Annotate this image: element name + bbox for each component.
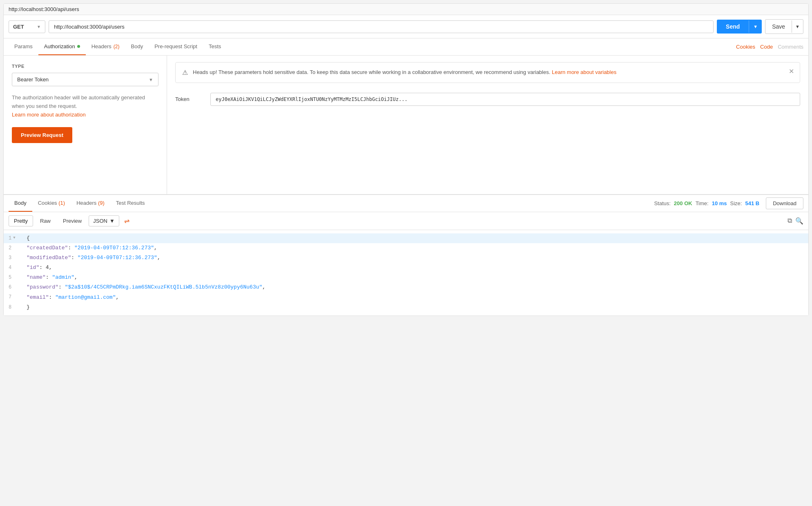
tab-authorization[interactable]: Authorization [38, 38, 86, 55]
learn-more-link[interactable]: Learn more about authorization [12, 112, 86, 118]
type-chevron-icon: ▼ [149, 77, 153, 82]
save-button[interactable]: Save ▼ [765, 19, 803, 34]
tab-pre-request[interactable]: Pre-request Script [149, 38, 203, 55]
token-input[interactable] [210, 93, 800, 106]
time-value: 10 ms [712, 200, 727, 206]
response-meta: Status: 200 OK Time: 10 ms Size: 541 B D… [654, 197, 803, 209]
response-tabs-row: Body Cookies (1) Headers (9) Test Result… [4, 195, 808, 212]
send-button[interactable]: Send ▼ [717, 20, 762, 34]
json-code: } [27, 303, 30, 312]
cookies-link[interactable]: Cookies [736, 44, 755, 50]
learn-variables-link[interactable]: Learn more about variables [552, 69, 616, 75]
main-container: http://localhost:3000/api/users GET ▼ Se… [3, 3, 809, 316]
method-select[interactable]: GET ▼ [9, 20, 45, 33]
json-line: 3"modifiedDate": "2019-04-09T07:12:36.27… [4, 253, 808, 263]
url-bar-text: http://localhost:3000/api/users [9, 6, 79, 12]
response-section: Body Cookies (1) Headers (9) Test Result… [4, 195, 808, 316]
preview-request-button[interactable]: Preview Request [12, 127, 72, 143]
status-value: 200 OK [674, 200, 692, 206]
alert-icon: ⚠ [182, 69, 188, 76]
format-raw-button[interactable]: Raw [35, 215, 56, 226]
json-line: 5"name": "admin", [4, 273, 808, 282]
json-line: 2"createdDate": "2019-04-09T07:12:36.273… [4, 243, 808, 253]
tab-headers[interactable]: Headers (2) [86, 38, 125, 55]
format-chevron-icon: ▼ [109, 218, 115, 224]
json-code: "modifiedDate": "2019-04-09T07:12:36.273… [27, 253, 161, 262]
line-number: 1 ▼ [9, 234, 20, 243]
left-panel: TYPE Bearer Token ▼ The authorization he… [4, 56, 167, 194]
type-value: Bearer Token [17, 76, 49, 83]
line-number: 5 [9, 273, 20, 282]
alert-text: Heads up! These parameters hold sensitiv… [193, 68, 616, 77]
json-line: 1 ▼{ [4, 233, 808, 243]
line-number: 4 [9, 263, 20, 272]
content-area: TYPE Bearer Token ▼ The authorization he… [4, 56, 808, 195]
type-label: TYPE [12, 64, 158, 69]
token-row: Token [175, 93, 800, 106]
send-dropdown-icon[interactable]: ▼ [749, 20, 762, 33]
response-tab-headers[interactable]: Headers (9) [71, 195, 110, 212]
size-value: 541 B [745, 200, 759, 206]
request-tabs-row: Params Authorization Headers (2) Body Pr… [4, 38, 808, 56]
method-value: GET [13, 24, 24, 30]
tab-params[interactable]: Params [9, 38, 38, 55]
json-code: "createdDate": "2019-04-09T07:12:36.273"… [27, 244, 157, 253]
tab-body[interactable]: Body [125, 38, 149, 55]
format-preview-button[interactable]: Preview [58, 215, 87, 226]
json-code: "email": "martion@gmail.com", [27, 293, 119, 302]
right-panel: ⚠ Heads up! These parameters hold sensit… [167, 56, 808, 194]
url-input[interactable] [49, 20, 714, 33]
format-toolbar: Pretty Raw Preview JSON ▼ ⇌ ⧉ 🔍 [4, 212, 808, 230]
line-number: 6 [9, 283, 20, 292]
line-number: 7 [9, 293, 20, 302]
response-tab-test-results[interactable]: Test Results [110, 195, 151, 212]
status-label: Status: [654, 200, 670, 206]
token-label: Token [175, 96, 204, 102]
line-number: 8 [9, 303, 20, 312]
line-number: 3 [9, 253, 20, 262]
fmt-icons-right: ⧉ 🔍 [787, 217, 803, 225]
json-line: 4"id": 4, [4, 263, 808, 273]
comments-link[interactable]: Comments [778, 44, 803, 50]
request-row: GET ▼ Send ▼ Save ▼ [4, 15, 808, 38]
json-viewer: 1 ▼{2"createdDate": "2019-04-09T07:12:36… [4, 230, 808, 316]
json-line: 8} [4, 302, 808, 312]
response-tab-body[interactable]: Body [9, 195, 32, 212]
size-label: Size: [730, 200, 742, 206]
download-button[interactable]: Download [766, 197, 803, 209]
json-code: "id": 4, [27, 263, 52, 272]
format-select[interactable]: JSON ▼ [89, 215, 119, 226]
authorization-dot [77, 45, 80, 48]
type-select[interactable]: Bearer Token ▼ [12, 73, 158, 86]
time-label: Time: [696, 200, 709, 206]
tab-tests[interactable]: Tests [203, 38, 227, 55]
url-bar: http://localhost:3000/api/users [4, 4, 808, 15]
collapse-arrow[interactable]: ▼ [13, 235, 15, 241]
search-icon[interactable]: 🔍 [795, 217, 803, 225]
save-label: Save [765, 20, 792, 34]
tabs-right: Cookies Code Comments [736, 44, 803, 50]
send-label: Send [717, 20, 749, 34]
code-link[interactable]: Code [760, 44, 773, 50]
format-pretty-button[interactable]: Pretty [9, 215, 33, 226]
json-line: 6"password": "$2a$10$/4C5CRPmDRkg.iam6SN… [4, 282, 808, 292]
json-line: 7"email": "martion@gmail.com", [4, 293, 808, 302]
method-chevron-icon: ▼ [37, 25, 41, 29]
response-tab-cookies[interactable]: Cookies (1) [32, 195, 71, 212]
json-code: "password": "$2a$10$/4C5CRPmDRkg.iam6SNC… [27, 283, 265, 292]
wrap-icon[interactable]: ⇌ [121, 215, 133, 226]
json-code: { [27, 234, 30, 243]
copy-icon[interactable]: ⧉ [787, 217, 792, 225]
alert-box: ⚠ Heads up! These parameters hold sensit… [175, 62, 800, 83]
line-number: 2 [9, 244, 20, 253]
save-dropdown-icon[interactable]: ▼ [792, 20, 803, 33]
auth-info-text: The authorization header will be automat… [12, 94, 158, 119]
format-value: JSON [93, 218, 107, 224]
json-code: "name": "admin", [27, 273, 78, 282]
alert-close-icon[interactable]: ✕ [789, 67, 794, 75]
